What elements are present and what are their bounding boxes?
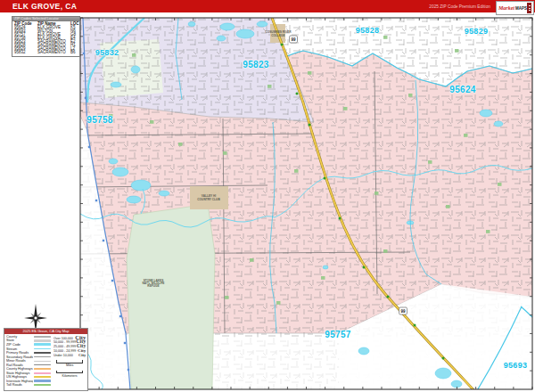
city-size-range: 10,000 - 24,999 — [54, 349, 78, 353]
scale-bar-label: Kilometers — [56, 374, 83, 378]
svg-text:99: 99 — [400, 309, 406, 314]
logo-brand2-text: MAPS — [515, 6, 527, 11]
legend-item-label: Toll Roads — [6, 383, 33, 387]
legend-symbol — [34, 361, 51, 362]
legend-item-label: Primary Roads — [6, 351, 33, 355]
city-size-sample: City — [78, 353, 86, 357]
legend-item-label: County Highways — [6, 367, 33, 371]
city-size-row: Under 10,000City — [54, 353, 86, 357]
city-size-range: 50,000 - 99,999 — [54, 340, 76, 344]
legend-item: Toll Roads — [6, 383, 51, 388]
legend-symbols-column: CountyStateZIP CodeStreamPrimary RoadsSe… — [6, 335, 51, 388]
legend-symbol — [34, 348, 51, 349]
legend-item-label: Minor Roads — [6, 359, 33, 363]
page-title: ELK GROVE, CA — [12, 2, 77, 11]
city-size-range: 25,000 - 49,999 — [54, 345, 77, 348]
legend-symbol — [34, 352, 51, 354]
zip-index-table: ZIP Codes Selected Locator ZIP CodeZIP N… — [12, 16, 80, 57]
golf-course-area — [190, 186, 228, 209]
scale-bar-rule — [56, 360, 83, 363]
legend-item-label: County — [6, 335, 33, 339]
zip-table-cell: 95832 — [14, 51, 37, 54]
legend-symbol — [34, 376, 51, 378]
map-legend: 2025 Elk Grove, CA City Map CountyStateZ… — [4, 328, 88, 391]
legend-symbol — [34, 339, 51, 342]
legend-item-label: Stream — [6, 347, 33, 351]
logo-brand-text: Market — [498, 5, 514, 11]
legend-symbol — [34, 336, 51, 338]
scale-bar-rule — [56, 371, 83, 374]
highway-shield-99: 99 — [290, 36, 298, 43]
wildlife-refuge-area — [127, 204, 215, 389]
city-size-range: Under 10,000 — [54, 354, 78, 357]
legend-item-label: State Highways — [6, 372, 33, 375]
svg-text:99: 99 — [291, 37, 296, 42]
legend-symbol — [34, 372, 51, 374]
scale-bar: Miles — [54, 360, 86, 367]
legend-symbol — [34, 343, 51, 346]
scale-bar-label: Miles — [56, 363, 83, 367]
legend-symbol — [34, 384, 51, 386]
legend-symbol — [34, 380, 51, 382]
legend-symbol — [34, 368, 51, 370]
legend-city-sizes-column: Over 100,000City50,000 - 99,999City25,00… — [51, 335, 86, 388]
legend-item-label: Rail Roads — [6, 363, 33, 367]
legend-item-label: Secondary Roads — [6, 355, 33, 359]
highway-shield-99-south: 99 — [399, 307, 407, 314]
legend-item-label: State — [6, 339, 33, 342]
legend-item-label: ZIP Code — [6, 343, 33, 347]
zip-table-cell: B6 — [70, 51, 80, 54]
zip-table-grid: ZIP CodeZIP NameLOC95624ELK GROVEK595693… — [12, 21, 79, 56]
edition-label: 2025 ZIP Code Premium Edition — [429, 4, 490, 9]
legend-symbol — [34, 364, 51, 365]
marketmaps-logo: Market MAPS — [496, 1, 534, 15]
legend-symbol — [34, 356, 51, 357]
legend-item-label: Interstate Highways — [6, 380, 33, 383]
title-banner: ELK GROVE, CA 2025 ZIP Code Premium Edit… — [0, 0, 535, 12]
legend-item-label: US Highways — [6, 375, 33, 379]
zip-table-cell: SACRAMENTO — [37, 51, 70, 54]
scale-bar: Kilometers — [54, 371, 86, 378]
logo-contact-box — [527, 3, 531, 13]
